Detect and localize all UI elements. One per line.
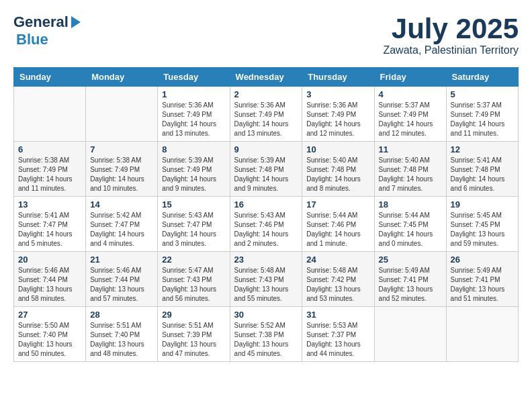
calendar-cell: 12Sunrise: 5:41 AM Sunset: 7:48 PM Dayli… xyxy=(446,142,518,197)
day-number: 29 xyxy=(162,310,225,320)
calendar-cell: 7Sunrise: 5:38 AM Sunset: 7:49 PM Daylig… xyxy=(86,142,158,197)
day-info: Sunrise: 5:40 AM Sunset: 7:48 PM Dayligh… xyxy=(379,156,442,193)
day-info: Sunrise: 5:44 AM Sunset: 7:45 PM Dayligh… xyxy=(379,211,442,248)
calendar-cell: 1Sunrise: 5:36 AM Sunset: 7:49 PM Daylig… xyxy=(158,87,230,142)
calendar-cell: 11Sunrise: 5:40 AM Sunset: 7:48 PM Dayli… xyxy=(374,142,446,197)
calendar-cell xyxy=(86,87,158,142)
day-info: Sunrise: 5:38 AM Sunset: 7:49 PM Dayligh… xyxy=(90,156,153,193)
day-number: 28 xyxy=(90,310,153,320)
calendar-cell: 13Sunrise: 5:41 AM Sunset: 7:47 PM Dayli… xyxy=(14,197,86,252)
day-number: 6 xyxy=(18,144,81,154)
day-info: Sunrise: 5:51 AM Sunset: 7:39 PM Dayligh… xyxy=(162,321,225,359)
day-info: Sunrise: 5:42 AM Sunset: 7:47 PM Dayligh… xyxy=(90,211,153,248)
day-number: 12 xyxy=(451,144,514,154)
calendar-cell: 28Sunrise: 5:51 AM Sunset: 7:40 PM Dayli… xyxy=(86,307,158,362)
calendar-week-row: 27Sunrise: 5:50 AM Sunset: 7:40 PM Dayli… xyxy=(14,307,519,362)
calendar-subtitle: Zawata, Palestinian Territory xyxy=(383,44,519,56)
calendar-cell xyxy=(374,307,446,362)
calendar-cell: 3Sunrise: 5:36 AM Sunset: 7:49 PM Daylig… xyxy=(302,87,374,142)
logo: General Blue xyxy=(13,13,81,48)
calendar-table: SundayMondayTuesdayWednesdayThursdayFrid… xyxy=(13,67,519,362)
calendar-week-row: 6Sunrise: 5:38 AM Sunset: 7:49 PM Daylig… xyxy=(14,142,519,197)
calendar-cell: 31Sunrise: 5:53 AM Sunset: 7:37 PM Dayli… xyxy=(302,307,374,362)
day-number: 1 xyxy=(162,89,225,99)
day-info: Sunrise: 5:38 AM Sunset: 7:49 PM Dayligh… xyxy=(18,156,81,193)
day-info: Sunrise: 5:53 AM Sunset: 7:37 PM Dayligh… xyxy=(306,321,369,359)
day-info: Sunrise: 5:36 AM Sunset: 7:49 PM Dayligh… xyxy=(234,101,298,138)
title-section: July 2025 Zawata, Palestinian Territory xyxy=(383,13,519,56)
calendar-cell: 26Sunrise: 5:49 AM Sunset: 7:41 PM Dayli… xyxy=(446,252,518,307)
day-number: 5 xyxy=(451,89,514,99)
day-info: Sunrise: 5:50 AM Sunset: 7:40 PM Dayligh… xyxy=(18,321,81,359)
day-number: 25 xyxy=(379,255,442,265)
calendar-cell: 2Sunrise: 5:36 AM Sunset: 7:49 PM Daylig… xyxy=(230,87,302,142)
day-number: 24 xyxy=(306,255,369,265)
calendar-cell: 29Sunrise: 5:51 AM Sunset: 7:39 PM Dayli… xyxy=(158,307,230,362)
day-info: Sunrise: 5:36 AM Sunset: 7:49 PM Dayligh… xyxy=(162,101,225,138)
day-number: 22 xyxy=(162,255,225,265)
day-info: Sunrise: 5:40 AM Sunset: 7:48 PM Dayligh… xyxy=(306,156,369,193)
calendar-cell: 20Sunrise: 5:46 AM Sunset: 7:44 PM Dayli… xyxy=(14,252,86,307)
day-info: Sunrise: 5:36 AM Sunset: 7:49 PM Dayligh… xyxy=(306,101,369,138)
calendar-week-row: 1Sunrise: 5:36 AM Sunset: 7:49 PM Daylig… xyxy=(14,87,519,142)
day-info: Sunrise: 5:49 AM Sunset: 7:41 PM Dayligh… xyxy=(451,266,514,304)
day-number: 20 xyxy=(18,255,81,265)
day-number: 9 xyxy=(234,144,298,154)
day-info: Sunrise: 5:39 AM Sunset: 7:49 PM Dayligh… xyxy=(162,156,225,193)
day-number: 11 xyxy=(379,144,442,154)
calendar-cell: 25Sunrise: 5:49 AM Sunset: 7:41 PM Dayli… xyxy=(374,252,446,307)
calendar-cell: 5Sunrise: 5:37 AM Sunset: 7:49 PM Daylig… xyxy=(446,87,518,142)
day-number: 15 xyxy=(162,199,225,210)
day-number: 7 xyxy=(90,144,153,154)
logo-text-general: General xyxy=(13,13,69,31)
day-info: Sunrise: 5:48 AM Sunset: 7:43 PM Dayligh… xyxy=(234,266,298,304)
calendar-cell: 17Sunrise: 5:44 AM Sunset: 7:46 PM Dayli… xyxy=(302,197,374,252)
column-header-saturday: Saturday xyxy=(446,68,518,87)
calendar-week-row: 13Sunrise: 5:41 AM Sunset: 7:47 PM Dayli… xyxy=(14,197,519,252)
day-number: 26 xyxy=(451,255,514,265)
calendar-cell: 18Sunrise: 5:44 AM Sunset: 7:45 PM Dayli… xyxy=(374,197,446,252)
calendar-cell: 4Sunrise: 5:37 AM Sunset: 7:49 PM Daylig… xyxy=(374,87,446,142)
day-info: Sunrise: 5:45 AM Sunset: 7:45 PM Dayligh… xyxy=(451,211,514,248)
column-header-monday: Monday xyxy=(86,68,158,87)
calendar-week-row: 20Sunrise: 5:46 AM Sunset: 7:44 PM Dayli… xyxy=(14,252,519,307)
day-number: 23 xyxy=(234,255,298,265)
day-number: 21 xyxy=(90,255,153,265)
calendar-cell: 6Sunrise: 5:38 AM Sunset: 7:49 PM Daylig… xyxy=(14,142,86,197)
column-header-friday: Friday xyxy=(374,68,446,87)
calendar-title: July 2025 xyxy=(383,13,519,44)
day-number: 18 xyxy=(379,199,442,210)
day-info: Sunrise: 5:46 AM Sunset: 7:44 PM Dayligh… xyxy=(18,266,81,304)
calendar-cell: 30Sunrise: 5:52 AM Sunset: 7:38 PM Dayli… xyxy=(230,307,302,362)
calendar-cell xyxy=(446,307,518,362)
column-header-tuesday: Tuesday xyxy=(158,68,230,87)
calendar-cell: 24Sunrise: 5:48 AM Sunset: 7:42 PM Dayli… xyxy=(302,252,374,307)
calendar-cell: 14Sunrise: 5:42 AM Sunset: 7:47 PM Dayli… xyxy=(86,197,158,252)
day-info: Sunrise: 5:52 AM Sunset: 7:38 PM Dayligh… xyxy=(234,321,298,359)
day-number: 13 xyxy=(18,199,81,210)
column-header-sunday: Sunday xyxy=(14,68,86,87)
calendar-cell: 16Sunrise: 5:43 AM Sunset: 7:46 PM Dayli… xyxy=(230,197,302,252)
day-info: Sunrise: 5:37 AM Sunset: 7:49 PM Dayligh… xyxy=(379,101,442,138)
day-info: Sunrise: 5:37 AM Sunset: 7:49 PM Dayligh… xyxy=(451,101,514,138)
day-info: Sunrise: 5:48 AM Sunset: 7:42 PM Dayligh… xyxy=(306,266,369,304)
day-number: 16 xyxy=(234,199,298,210)
calendar-cell: 9Sunrise: 5:39 AM Sunset: 7:48 PM Daylig… xyxy=(230,142,302,197)
day-number: 14 xyxy=(90,199,153,210)
day-info: Sunrise: 5:51 AM Sunset: 7:40 PM Dayligh… xyxy=(90,321,153,359)
day-number: 4 xyxy=(379,89,442,99)
calendar-cell: 19Sunrise: 5:45 AM Sunset: 7:45 PM Dayli… xyxy=(446,197,518,252)
calendar-cell: 10Sunrise: 5:40 AM Sunset: 7:48 PM Dayli… xyxy=(302,142,374,197)
calendar-cell: 22Sunrise: 5:47 AM Sunset: 7:43 PM Dayli… xyxy=(158,252,230,307)
day-number: 2 xyxy=(234,89,298,99)
logo-arrow-icon xyxy=(71,16,81,28)
day-info: Sunrise: 5:43 AM Sunset: 7:47 PM Dayligh… xyxy=(162,211,225,248)
calendar-cell: 23Sunrise: 5:48 AM Sunset: 7:43 PM Dayli… xyxy=(230,252,302,307)
day-info: Sunrise: 5:49 AM Sunset: 7:41 PM Dayligh… xyxy=(379,266,442,304)
day-info: Sunrise: 5:39 AM Sunset: 7:48 PM Dayligh… xyxy=(234,156,298,193)
column-header-thursday: Thursday xyxy=(302,68,374,87)
day-info: Sunrise: 5:41 AM Sunset: 7:47 PM Dayligh… xyxy=(18,211,81,248)
calendar-cell xyxy=(14,87,86,142)
day-info: Sunrise: 5:46 AM Sunset: 7:44 PM Dayligh… xyxy=(90,266,153,304)
logo-text-blue: Blue xyxy=(16,31,48,48)
